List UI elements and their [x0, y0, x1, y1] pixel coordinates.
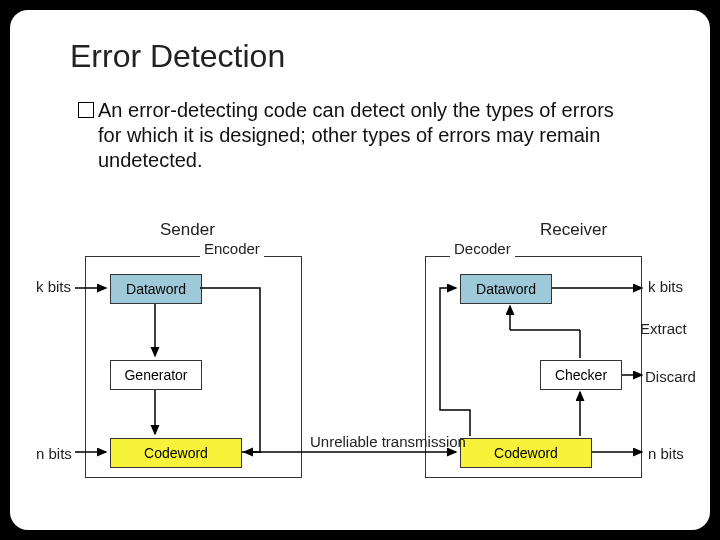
error-detection-diagram: Sender Encoder k bits Dataword Generator… — [30, 220, 690, 500]
square-bullet-icon — [78, 102, 94, 118]
bullet-item: An error-detecting code can detect only … — [78, 98, 638, 173]
slide-title: Error Detection — [70, 38, 285, 75]
slide: Error Detection An error-detecting code … — [10, 10, 710, 530]
bullet-text: An error-detecting code can detect only … — [98, 98, 638, 173]
arrows-svg — [30, 220, 690, 500]
